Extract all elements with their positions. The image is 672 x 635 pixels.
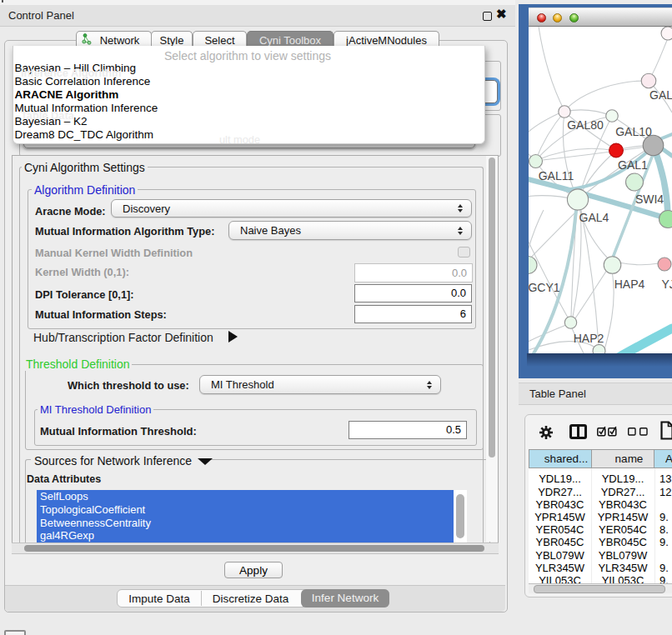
svg-text:GAL10: GAL10 <box>615 125 652 138</box>
svg-text:GAL80: GAL80 <box>567 118 604 132</box>
svg-text:GAL1: GAL1 <box>618 158 648 172</box>
svg-text:GAL4: GAL4 <box>579 211 609 224</box>
svg-text:GAL11: GAL11 <box>539 169 574 182</box>
svg-text:GAL7: GAL7 <box>649 88 672 102</box>
svg-text:GCY1: GCY1 <box>529 281 560 294</box>
svg-text:YJ: YJ <box>662 278 672 291</box>
svg-text:HAP2: HAP2 <box>574 332 604 345</box>
svg-text:HAP4: HAP4 <box>614 278 645 291</box>
svg-text:SWI4: SWI4 <box>635 192 664 206</box>
